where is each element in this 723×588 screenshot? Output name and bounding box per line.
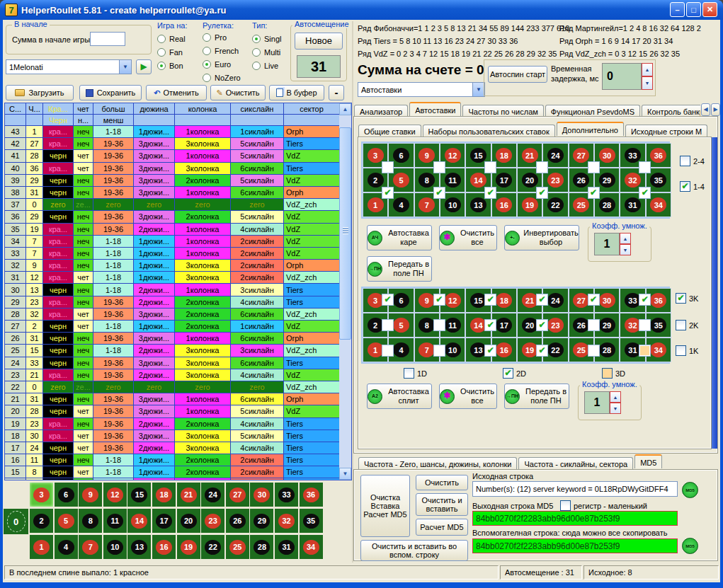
table-row[interactable]: 2131черннеч19-363дюжи...1колонка6сиклайн… — [5, 393, 339, 405]
table-row[interactable]: 272чернчет1-181дюжи...2колонка1сиклайнVd… — [5, 321, 339, 333]
invert-selection-button[interactable]: +- Инвертировать выбор — [504, 225, 579, 250]
board-cell-28[interactable]: 28 — [250, 535, 273, 559]
check-3d[interactable]: 3D — [602, 368, 625, 379]
board-cell-18[interactable]: 18 — [152, 483, 176, 507]
board-cell-36[interactable]: 36 — [300, 483, 323, 507]
board-cell-23[interactable]: 23 — [201, 509, 224, 533]
table-row[interactable]: 431кра...неч1-181дюжи...1колонка1сиклайн… — [5, 126, 339, 138]
table-row[interactable]: 2832кра...чет19-363дюжи...2колонка6сикла… — [5, 309, 339, 321]
scroll-up-icon[interactable]: ▲ — [339, 103, 351, 115]
board-cell-29[interactable]: 29 — [250, 509, 273, 533]
tab-sub-3[interactable]: Исходные строки М — [625, 125, 707, 137]
kare-checkbox-top-4[interactable] — [588, 162, 599, 173]
kare-checkbox-top-2[interactable] — [485, 162, 496, 173]
table-row[interactable]: 1611черннеч1-181дюжи...2колонка2сиклайнT… — [5, 454, 339, 466]
board-cell-21[interactable]: 21 — [177, 483, 200, 507]
table-row[interactable]: 2923кра...неч19-362дюжи...2колонка4сикла… — [5, 296, 339, 309]
checkbox-case[interactable] — [560, 500, 571, 511]
table-row[interactable]: 158чернчет1-181дюжи...2колонка2сиклайнTi… — [5, 466, 339, 478]
split-checkbox-r2-5[interactable] — [639, 320, 650, 330]
tab-main-2[interactable]: Частоты по числам — [462, 105, 543, 117]
split-checkbox-r2-4[interactable] — [588, 320, 599, 330]
side-check-2k[interactable]: 2K — [676, 320, 698, 330]
chevron-down-icon[interactable]: ▼ — [472, 83, 484, 96]
autobets-combobox[interactable]: Автоставки ▼ — [358, 82, 485, 97]
table-scrollbar[interactable]: ▲ ▼ — [339, 103, 351, 480]
table-row[interactable]: 4227кра...неч19-363дюжи...3колонка5сикла… — [5, 138, 339, 150]
board-cell-33[interactable]: 33 — [275, 483, 298, 507]
kare-checkbox-bottom-4[interactable] — [588, 188, 599, 198]
radio-wheeltype-singl[interactable]: Singl — [252, 35, 288, 43]
kare-checkbox-bottom-0[interactable] — [382, 188, 393, 198]
table-row[interactable]: 329кра...неч1-181дюжи...3колонка2сиклайн… — [5, 260, 339, 272]
radio-icon[interactable] — [203, 47, 211, 55]
board-cell-25[interactable]: 25 — [226, 535, 249, 559]
kare-checkbox-bottom-2[interactable] — [485, 188, 496, 198]
check-1d[interactable]: 1D — [404, 368, 427, 379]
tab-freq-1[interactable]: Частота - сиклайны, сектора — [518, 457, 633, 470]
table-row[interactable]: 1413черннеч1-182дюжи...1колонка3сиклайнT… — [5, 478, 339, 480]
board-cell-27[interactable]: 27 — [226, 483, 249, 507]
tab-sub-2[interactable]: Дополнительно — [557, 122, 624, 136]
autobet-kare-button[interactable]: АЧ Автоставка каре — [367, 225, 432, 250]
tab-main-3[interactable]: Функционал PsevdoMS — [545, 105, 640, 117]
split-checkbox-r2-2[interactable] — [485, 320, 496, 330]
table-row[interactable]: 3831черннеч19-363дюжи...1колонка6сиклайн… — [5, 187, 339, 199]
board-cell-24[interactable]: 24 — [201, 483, 224, 507]
save-button[interactable]: Сохранить — [79, 85, 142, 100]
radio-wheel-nozero[interactable]: NoZero — [203, 74, 246, 82]
radio-icon[interactable] — [252, 48, 261, 57]
board-cell-34[interactable]: 34 — [300, 535, 323, 559]
radio-gameon-real[interactable]: Real — [157, 35, 197, 43]
close-button[interactable]: ✕ — [702, 2, 717, 17]
table-row[interactable]: 4036кра...чет19-363дюжи...3колонка6сикла… — [5, 163, 339, 175]
checkbox-2k[interactable] — [676, 320, 686, 330]
split-checkbox-r2-3[interactable] — [537, 320, 547, 330]
table-row[interactable]: 370zeroze...zerozerozerozeroVdZ_zch — [5, 199, 339, 211]
table-row[interactable]: 2515черннеч1-182дюжи...3колонка3сиклайнV… — [5, 345, 339, 357]
board-cell-3[interactable]: 3 — [30, 483, 53, 507]
board-cell-12[interactable]: 12 — [103, 483, 127, 507]
board-cell-7[interactable]: 7 — [79, 535, 102, 559]
play-button[interactable]: ▶ — [136, 59, 152, 74]
chevron-down-icon[interactable]: ▼ — [119, 60, 131, 74]
send-to-pn-button-1[interactable]: →ПН Передать в поле ПН — [367, 256, 432, 282]
kare-checkbox-bottom-1[interactable] — [434, 188, 445, 198]
board-cell-8[interactable]: 8 — [79, 509, 102, 533]
tab-scroll-right-icon[interactable]: ▶ — [711, 103, 720, 116]
panel-splitter[interactable] — [352, 21, 353, 563]
board-cell-16[interactable]: 16 — [152, 535, 176, 559]
md5-run-icon-button[interactable]: MD5 — [682, 482, 698, 498]
radio-icon[interactable] — [252, 35, 261, 43]
kare-checkbox-top-3[interactable] — [537, 162, 547, 173]
split-checkbox-r1-1[interactable] — [434, 294, 445, 305]
board-cell-20[interactable]: 20 — [177, 509, 200, 533]
history-table[interactable]: С...Ч...Кра...четбольшдюжинаколонкасиксл… — [4, 103, 352, 480]
table-row[interactable]: 1830кра...чет19-363дюжи...3колонка5сикла… — [5, 430, 339, 442]
split-checkbox-r2-1[interactable] — [434, 320, 445, 330]
tab-main-1[interactable]: Автоставки — [409, 102, 461, 116]
radio-wheel-euro[interactable]: Euro — [203, 60, 246, 69]
table-row[interactable]: 3629черннеч19-363дюжи...2колонка5сиклайн… — [5, 211, 339, 223]
checkbox-3k[interactable] — [676, 293, 686, 304]
board-cell-26[interactable]: 26 — [226, 509, 249, 533]
board-cell-13[interactable]: 13 — [127, 535, 151, 559]
board-cell-14[interactable]: 14 — [127, 509, 151, 533]
board-cell-2[interactable]: 2 — [30, 509, 53, 533]
radio-wheeltype-live[interactable]: Live — [252, 62, 288, 70]
table-row[interactable]: 2631черннеч19-363дюжи...1колонка6сиклайн… — [5, 333, 339, 345]
md5-src-input[interactable] — [472, 481, 678, 497]
spin-down-icon[interactable]: ▼ — [610, 403, 621, 414]
board-cell-10[interactable]: 10 — [103, 535, 127, 559]
board-cell-1[interactable]: 1 — [30, 535, 53, 559]
md5-aux-icon-button[interactable]: MD5 — [682, 538, 698, 554]
split-checkbox-r2-0[interactable] — [382, 320, 393, 330]
md5-big-button[interactable]: Очистка Вставка Расчет MD5 — [360, 475, 410, 537]
split-checkbox-r3-4[interactable] — [588, 345, 599, 356]
side-check-1k[interactable]: 1K — [676, 345, 698, 356]
radio-icon[interactable] — [203, 33, 211, 42]
split-checkbox-r1-3[interactable] — [537, 294, 547, 305]
load-button[interactable]: Загрузить — [6, 85, 74, 100]
tab-main-0[interactable]: Анализатор — [354, 105, 408, 117]
table-row[interactable]: 3929черннеч19-363дюжи...2колонка5сиклайн… — [5, 175, 339, 187]
